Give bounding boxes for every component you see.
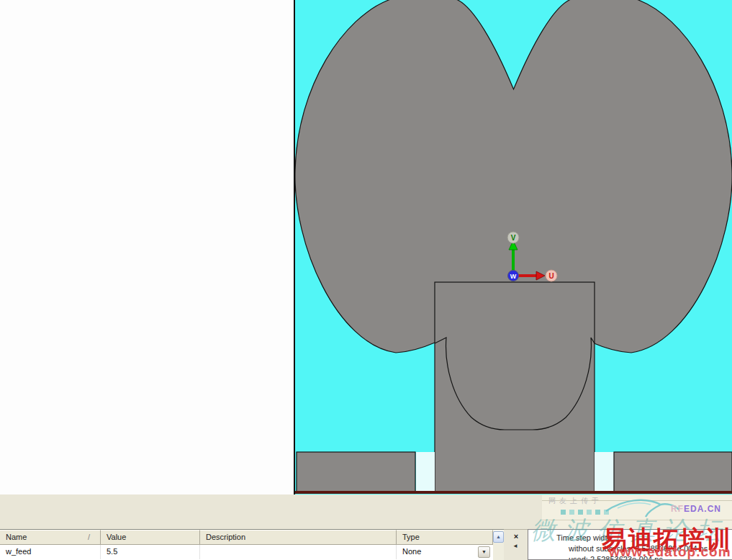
table-row[interactable]: w_feed 5.5 None ▼	[0, 545, 504, 559]
param-value-cell[interactable]: 5.5	[101, 545, 200, 559]
axis-u-label: U	[548, 272, 553, 280]
message-window-controls: × ◄	[504, 529, 528, 560]
model-viewport[interactable]: V W U	[295, 0, 732, 494]
parameter-list-header: Name / Value Description Type	[0, 530, 504, 545]
feed-line-rect[interactable]	[435, 282, 595, 492]
rfeda-rf: RF	[671, 504, 684, 514]
ground-gap-right	[595, 452, 614, 492]
column-header-description[interactable]: Description	[200, 530, 397, 545]
table-scrollbar[interactable]: ▲	[493, 530, 504, 560]
column-header-label: Description	[206, 533, 245, 541]
ground-strip-left[interactable]	[297, 452, 415, 492]
modeler-stage: V W U	[0, 0, 732, 494]
column-header-value[interactable]: Value	[101, 530, 200, 545]
substrate-edge-line	[295, 491, 732, 494]
type-dropdown-button[interactable]: ▼	[478, 546, 490, 558]
sort-ascending-icon: /	[88, 533, 90, 541]
column-header-name[interactable]: Name /	[0, 530, 101, 545]
arrow-up-icon: ▲	[496, 534, 501, 539]
param-name-cell[interactable]: w_feed	[0, 545, 101, 559]
column-header-label: Value	[107, 533, 126, 541]
close-icon[interactable]: ×	[511, 532, 521, 541]
axis-w-label: W	[510, 273, 517, 280]
parameter-list: Name / Value Description Type w_feed 5.5…	[0, 529, 504, 560]
scroll-up-button[interactable]: ▲	[493, 531, 504, 543]
watermark-rfeda: RFEDA.CN	[671, 504, 721, 514]
blank-left-panel	[0, 0, 295, 494]
chevron-down-icon: ▼	[482, 549, 487, 554]
collapse-left-icon[interactable]: ◄	[512, 543, 518, 549]
column-header-type[interactable]: Type	[397, 530, 493, 545]
column-header-label: Name	[6, 533, 27, 541]
type-value: None	[402, 547, 421, 556]
watermark-uploader-text: 网友上传于	[548, 496, 602, 506]
param-description-cell[interactable]	[200, 545, 397, 559]
watermark-site-url: www.edatop.com	[609, 544, 731, 560]
axis-v-label: V	[511, 234, 516, 242]
column-header-label: Type	[402, 533, 420, 541]
rfeda-eda: EDA.CN	[684, 504, 721, 514]
ground-strip-right[interactable]	[614, 452, 732, 492]
antenna-model-canvas: V W U	[295, 0, 732, 494]
ground-gap-left	[416, 452, 435, 492]
param-type-cell[interactable]: None ▼	[397, 545, 493, 559]
